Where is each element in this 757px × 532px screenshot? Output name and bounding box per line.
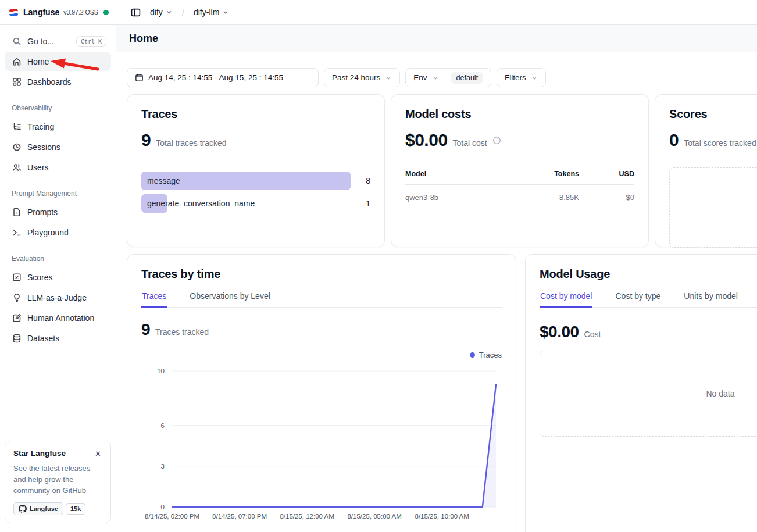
star-langfuse-card: Star Langfuse ✕ See the latest releases …: [5, 441, 111, 523]
svg-text:8/15/25, 05:00 AM: 8/15/25, 05:00 AM: [347, 513, 401, 520]
sidebar: Langfuse v3.97.2 OSS Go to... Ctrl K Hom…: [0, 0, 116, 532]
col-header-tokens: Tokens: [509, 170, 579, 178]
sidebar-item-dashboards[interactable]: Dashboards: [5, 72, 111, 91]
bar-track: generate_conversation_name: [141, 194, 351, 213]
tab-cost-by-model[interactable]: Cost by model: [540, 290, 592, 308]
sidebar-item-label: Human Annotation: [27, 313, 94, 323]
env-dropdown[interactable]: Env default: [405, 68, 491, 87]
github-badge-label: Langfuse: [30, 505, 58, 512]
sidebar-item-llm-as-a-judge[interactable]: LLM-as-a-Judge: [5, 288, 111, 307]
no-data-label: No data: [706, 389, 734, 398]
traces-line-chart: 036108/14/25, 02:00 PM8/14/25, 07:00 PM8…: [141, 362, 503, 522]
svg-text:3: 3: [161, 463, 165, 470]
sidebar-item-users[interactable]: Users: [5, 158, 111, 177]
traces-bar-chart: message8generate_conversation_name1: [141, 172, 370, 213]
time-preset-dropdown[interactable]: Past 24 hours: [324, 68, 400, 87]
sidebar-item-label: Playground: [27, 228, 69, 237]
search-icon: [12, 37, 22, 47]
model-costs-table: Model Tokens USD qwen3-8b 8.85K $0: [405, 170, 634, 202]
org-name: dify: [150, 8, 163, 17]
chevron-down-icon: [432, 74, 439, 81]
filters-dropdown[interactable]: Filters: [497, 68, 546, 87]
cell-model: qwen3-8b: [405, 193, 509, 202]
sidebar-item-scores[interactable]: Scores: [5, 267, 111, 287]
divider: [445, 73, 445, 83]
total-cost-label: Total cost: [453, 138, 487, 148]
tab-cost-by-type[interactable]: Cost by type: [615, 290, 661, 308]
sidebar-item-label: LLM-as-a-Judge: [27, 293, 87, 302]
section-observability: Observability: [5, 104, 111, 112]
sidebar-item-home[interactable]: Home: [5, 52, 111, 71]
chevron-down-icon: [531, 74, 538, 81]
trace-bar-row[interactable]: generate_conversation_name1: [141, 194, 370, 213]
tab-observations-by-level[interactable]: Observations by Level: [189, 290, 271, 308]
sidebar-item-prompts[interactable]: Prompts: [5, 202, 111, 222]
sidebar-item-label: Users: [27, 163, 49, 172]
sidebar-item-label: Datasets: [27, 334, 59, 343]
brand-name: Langfuse: [23, 8, 59, 17]
card-title: Traces: [141, 108, 370, 121]
traces-by-time-tabs: Traces Observations by Level: [141, 290, 502, 308]
sidebar-item-human-annotation[interactable]: Human Annotation: [5, 308, 111, 327]
breadcrumb-separator: /: [180, 8, 187, 17]
page-title: Home: [129, 33, 158, 45]
sidebar-toggle-icon[interactable]: [128, 5, 143, 20]
card-title: Traces by time: [141, 267, 502, 281]
brand-version: v3.97.2 OSS: [63, 9, 98, 16]
card-title: Model Usage: [540, 267, 757, 281]
status-dot: [103, 10, 109, 15]
close-icon[interactable]: ✕: [94, 449, 102, 459]
table-row[interactable]: qwen3-8b 8.85K $0: [405, 185, 634, 202]
cell-usd: $0: [579, 193, 634, 202]
bar-label: message: [147, 176, 180, 185]
legend-label: Traces: [479, 351, 502, 359]
sidebar-item-sessions[interactable]: Sessions: [5, 137, 111, 156]
database-icon: [12, 333, 22, 343]
traces-tracked-label: Traces tracked: [155, 327, 209, 337]
svg-text:8/14/25, 02:00 PM: 8/14/25, 02:00 PM: [145, 513, 199, 520]
users-icon: [12, 162, 22, 172]
tab-units-by-model[interactable]: Units by model: [683, 290, 738, 308]
sidebar-item-datasets[interactable]: Datasets: [5, 329, 111, 348]
chart-legend: Traces: [141, 351, 502, 359]
scores-total-label: Total scores tracked: [684, 138, 756, 148]
traces-by-time-card: Traces by time Traces Observations by Le…: [127, 254, 516, 532]
chevron-down-icon: [166, 9, 173, 16]
card-title: Scores: [669, 108, 757, 121]
model-costs-card: Model costs $0.00 Total cost Model Token…: [391, 94, 649, 247]
tab-traces[interactable]: Traces: [141, 290, 167, 308]
goto-search[interactable]: Go to... Ctrl K: [5, 32, 111, 51]
sidebar-item-label: Dashboards: [27, 77, 72, 87]
content: Aug 14, 25 : 14:55 - Aug 15, 25 : 14:55 …: [116, 52, 757, 532]
usage-cost-label: Cost: [584, 330, 601, 339]
total-cost: $0.00: [405, 130, 448, 150]
github-star-badge[interactable]: Langfuse: [13, 502, 63, 515]
bar-value: 1: [358, 199, 370, 208]
svg-text:0: 0: [161, 504, 165, 510]
calendar-icon: [135, 73, 144, 82]
sidebar-item-label: Home: [27, 57, 49, 66]
breadcrumb-project[interactable]: dify-llm: [192, 5, 230, 19]
info-icon[interactable]: [492, 136, 501, 145]
cell-tokens: 8.85K: [509, 193, 579, 202]
traces-card: Traces 9 Total traces tracked message8ge…: [127, 94, 385, 247]
topbar: dify / dify-llm: [116, 0, 757, 25]
promo-body: See the latest releases and help grow th…: [13, 463, 102, 497]
legend-dot-icon: [470, 352, 475, 358]
main-area: dify / dify-llm Home Aug 14, 25 : 14:55 …: [116, 0, 757, 532]
usage-empty-state: No data: [540, 351, 757, 437]
sidebar-item-playground[interactable]: Playground: [5, 223, 111, 242]
github-star-count[interactable]: 15k: [66, 503, 85, 515]
trace-bar-row[interactable]: message8: [141, 172, 370, 190]
filter-row: Aug 14, 25 : 14:55 - Aug 15, 25 : 14:55 …: [127, 68, 546, 87]
sidebar-item-tracing[interactable]: Tracing: [5, 117, 111, 136]
date-range-picker[interactable]: Aug 14, 25 : 14:55 - Aug 15, 25 : 14:55: [127, 68, 319, 87]
scores-card: Scores 0 Total scores tracked: [655, 94, 757, 247]
chevron-down-icon: [222, 9, 229, 16]
sidebar-item-label: Prompts: [27, 208, 58, 217]
env-value-badge: default: [451, 72, 484, 84]
breadcrumb-org[interactable]: dify: [149, 5, 174, 19]
date-range-value: Aug 14, 25 : 14:55 - Aug 15, 25 : 14:55: [148, 73, 283, 82]
filters-label: Filters: [505, 73, 526, 82]
col-header-model: Model: [405, 170, 509, 178]
